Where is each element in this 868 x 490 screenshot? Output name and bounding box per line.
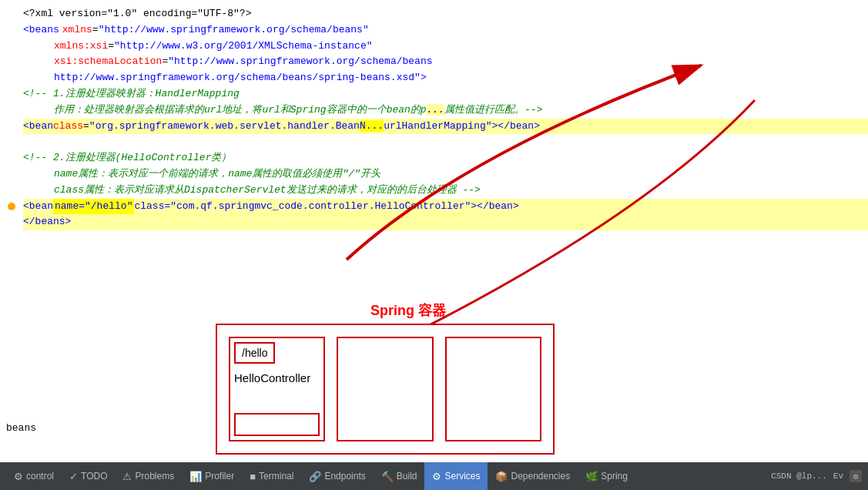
code-line-3: xmlns:xsi="http://www.w3.org/2001/XMLSch… — [23, 39, 868, 55]
ev-label: Ev — [833, 472, 843, 481]
code-area: <?xml version="1.0" encoding="UTF-8"?> <… — [0, 0, 868, 237]
spring-box-3 — [445, 337, 541, 441]
endpoints-label: Endpoints — [324, 471, 365, 482]
code-line-1: <?xml version="1.0" encoding="UTF-8"?> — [23, 6, 868, 22]
build-label: Build — [397, 471, 417, 482]
spring-label: Spring 容器 — [216, 301, 601, 320]
profiler-label: Profiler — [205, 471, 234, 482]
problems-label: Problems — [135, 471, 174, 482]
comment-2c-text: class属性：表示对应请求从DispatcherServlet发送过来的请求，… — [54, 183, 481, 199]
xmlns-attr: xmlns — [62, 22, 92, 39]
empty-1 — [23, 134, 868, 150]
spring-container: /hello HelloController — [216, 324, 555, 455]
dependencies-label: Dependencies — [511, 471, 570, 482]
spring-box-2 — [337, 337, 433, 441]
control-icon: ⚙ — [14, 471, 23, 482]
line-dot — [8, 203, 15, 210]
status-item-problems[interactable]: ⚠ Problems — [115, 462, 182, 490]
spring-box-inner-hello: /hello — [234, 342, 275, 364]
code-line-5: http://www.springframework.org/schema/be… — [23, 70, 868, 86]
comment-1: <!-- 1.注册处理器映射器：HandlerMapping — [23, 86, 868, 102]
settings-icon[interactable]: ⚙ — [850, 470, 862, 482]
services-icon: ⚙ — [432, 471, 441, 482]
endpoints-icon: 🔗 — [309, 471, 321, 482]
spring-box-1: /hello HelloController — [229, 337, 325, 441]
bean2-open: <bean — [23, 199, 53, 215]
status-item-build[interactable]: 🔨 Build — [374, 462, 425, 490]
xsi-schema: xsi:schemaLocation — [54, 54, 162, 70]
todo-label: TODO — [81, 471, 107, 482]
status-item-profiler[interactable]: 📊 Profiler — [182, 462, 242, 490]
todo-icon: ✓ — [69, 471, 78, 482]
comment-1b: 作用：处理器映射器会根据请求的url地址，将url和Spring容器中的一个be… — [23, 102, 868, 119]
terminal-icon: ■ — [250, 471, 256, 482]
comment-2: <!-- 2.注册处理器(HelloController类） — [23, 150, 868, 166]
status-item-terminal[interactable]: ■ Terminal — [242, 462, 301, 490]
code-line-4: xsi:schemaLocation="http://www.springfra… — [23, 54, 868, 70]
schema-location-val: http://www.springframework.org/schema/be… — [54, 70, 427, 86]
problems-icon: ⚠ — [122, 471, 132, 482]
status-item-control[interactable]: ⚙ control — [6, 462, 62, 490]
status-right: CSDN @lp... Ev ⚙ — [771, 470, 862, 482]
xmlns-xsi: xmlns:xsi — [54, 39, 108, 55]
diagram-area: Spring 容器 /hello HelloController — [216, 301, 601, 455]
comment-2-text: <!-- 2.注册处理器(HelloController类） — [23, 150, 231, 166]
beans-tag: <beans — [23, 22, 59, 39]
status-item-endpoints[interactable]: 🔗 Endpoints — [301, 462, 373, 490]
comment-1b-text: 作用：处理器映射器会根据请求的url地址，将url和Spring容器中的一个be… — [54, 102, 542, 119]
comment-2b: name属性：表示对应一个前端的请求，name属性的取值必须使用"/"开头 — [23, 166, 868, 183]
bean2-name-attr-highlight: name="/hello" — [53, 199, 134, 215]
terminal-label: Terminal — [259, 471, 293, 482]
spring-label: Spring — [601, 471, 628, 482]
bean1-class-attr: class — [53, 119, 83, 135]
profiler-icon: 📊 — [189, 471, 202, 482]
control-label: control — [26, 471, 54, 482]
beans-close-tag: </beans> — [23, 214, 71, 230]
bean1-tag-open: <bean — [23, 119, 53, 135]
status-item-dependencies[interactable]: 📦 Dependencies — [488, 462, 578, 490]
bean1-line: <bean class="org.springframework.web.ser… — [23, 119, 868, 135]
xml-decl: <?xml version="1.0" encoding="UTF-8"?> — [23, 6, 251, 22]
status-item-todo[interactable]: ✓ TODO — [62, 462, 115, 490]
status-bar: ⚙ control ✓ TODO ⚠ Problems 📊 Profiler ■… — [0, 462, 868, 490]
comment-2b-text: name属性：表示对应一个前端的请求，name属性的取值必须使用"/"开头 — [54, 166, 380, 183]
spring-icon: 🌿 — [585, 471, 598, 482]
csdn-label: CSDN @lp... — [771, 472, 827, 481]
beans-close-line: </beans> — [23, 214, 868, 230]
dependencies-icon: 📦 — [495, 471, 508, 482]
main-content: ▲ 2 /hello <?xml version="1.0" encoding=… — [0, 0, 868, 462]
code-line-beans-open: <beans xmlns="http://www.springframework… — [23, 22, 868, 39]
comment-1-text: <!-- 1.注册处理器映射器：HandlerMapping — [23, 86, 240, 102]
spring-box-label-controller: HelloController — [234, 371, 320, 384]
bean2-line: <bean name="/hello" class="com.qf.spring… — [23, 199, 868, 215]
status-item-services[interactable]: ⚙ Services — [424, 462, 488, 490]
beans-label: beans — [0, 421, 42, 435]
build-icon: 🔨 — [381, 471, 394, 482]
comment-2c: class属性：表示对应请求从DispatcherServlet发送过来的请求，… — [23, 183, 868, 199]
bean2-class: class="com.qf.springmvc_code.controller.… — [134, 199, 518, 215]
status-item-spring[interactable]: 🌿 Spring — [578, 462, 635, 490]
services-label: Services — [444, 471, 480, 482]
